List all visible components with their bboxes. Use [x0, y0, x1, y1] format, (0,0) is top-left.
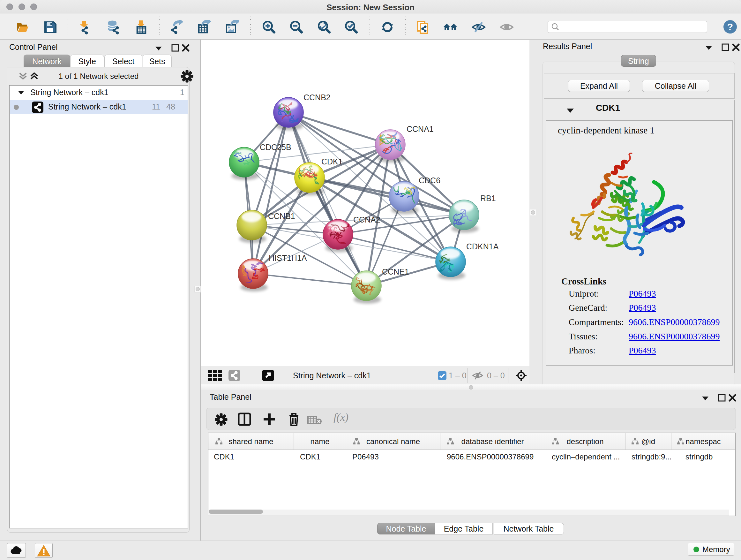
svg-text:CCNA2: CCNA2 — [353, 215, 381, 224]
svg-text:CDK1: CDK1 — [321, 157, 343, 166]
svg-text:CCNE1: CCNE1 — [382, 267, 409, 276]
svg-text:CDC6: CDC6 — [419, 176, 441, 185]
svg-text:HIST1H1A: HIST1H1A — [269, 253, 307, 262]
svg-text:CCNB1: CCNB1 — [268, 212, 295, 221]
svg-text:CDKN1A: CDKN1A — [466, 242, 499, 251]
svg-text:CCNA1: CCNA1 — [407, 125, 434, 133]
svg-text:CCNB2: CCNB2 — [304, 93, 331, 102]
svg-text:CDC25B: CDC25B — [260, 143, 291, 152]
svg-text:RB1: RB1 — [480, 194, 496, 203]
svg-text:?: ? — [727, 21, 733, 32]
